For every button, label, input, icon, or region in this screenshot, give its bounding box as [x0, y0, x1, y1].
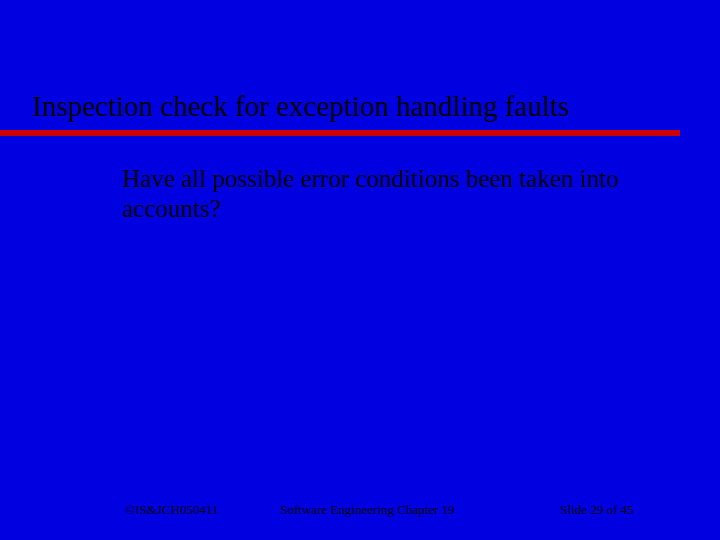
- footer-copyright: ©IS&JCH050411: [125, 502, 218, 518]
- slide-footer: ©IS&JCH050411 Software Engineering Chapt…: [0, 500, 720, 518]
- footer-slide-number: Slide 29 of 45: [560, 502, 633, 518]
- slide: Inspection check for exception handling …: [0, 0, 720, 540]
- slide-title: Inspection check for exception handling …: [32, 90, 569, 123]
- slide-body: Have all possible error conditions been …: [122, 164, 672, 223]
- divider-rule: [0, 130, 680, 136]
- footer-chapter: Software Engineering Chapter 19: [280, 502, 454, 518]
